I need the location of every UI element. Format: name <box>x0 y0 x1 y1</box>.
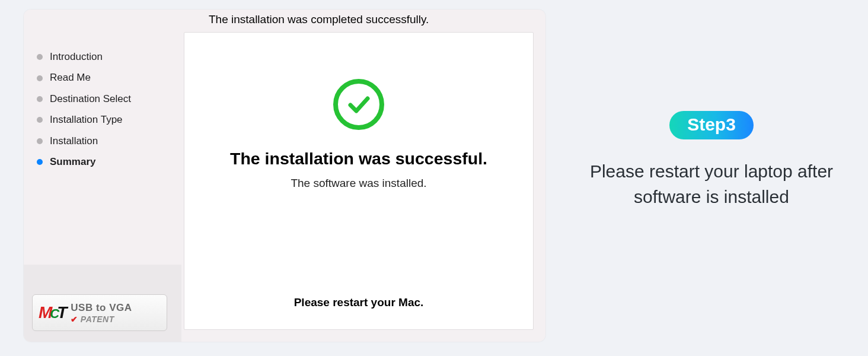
step-label: Summary <box>50 156 95 168</box>
step-dot-icon <box>37 96 43 102</box>
step-summary: Summary <box>37 156 171 168</box>
step-badge: Step3 <box>669 111 754 139</box>
guide-instruction: Please restart your laptop after softwar… <box>566 158 857 210</box>
step-label: Installation Type <box>50 114 123 126</box>
step-destination-select: Destination Select <box>37 93 171 105</box>
step-introduction: Introduction <box>37 51 171 63</box>
brand-logo: M C T USB to VGA ✔ PATENT <box>32 294 167 331</box>
logo-letter-m: M <box>39 303 51 322</box>
status-heading: The installation was completed successfu… <box>184 13 534 32</box>
step-label: Destination Select <box>50 93 131 105</box>
installer-window: Introduction Read Me Destination Select … <box>24 9 545 342</box>
brand-logo-mark: M C T <box>39 303 66 322</box>
sidebar-footer: M C T USB to VGA ✔ PATENT <box>24 265 181 342</box>
logo-line2: ✔ PATENT <box>71 315 132 323</box>
content-panel: The installation was successful. The sof… <box>184 32 534 330</box>
step-label: Installation <box>50 135 98 147</box>
brand-logo-text: USB to VGA ✔ PATENT <box>71 303 132 323</box>
logo-line1: USB to VGA <box>71 303 132 313</box>
installer-content: The installation was completed successfu… <box>181 9 545 342</box>
step-installation-type: Installation Type <box>37 114 171 126</box>
step-readme: Read Me <box>37 72 171 84</box>
logo-patent-text: PATENT <box>81 315 114 323</box>
patent-check-icon: ✔ <box>71 315 78 323</box>
step-dot-icon <box>37 75 43 81</box>
success-check-icon <box>333 79 384 130</box>
step-installation: Installation <box>37 135 171 147</box>
restart-instruction: Please restart your Mac. <box>294 296 424 309</box>
step-dot-icon <box>37 117 43 123</box>
step-dot-icon <box>37 54 43 60</box>
installer-sidebar: Introduction Read Me Destination Select … <box>24 9 181 342</box>
step-label: Read Me <box>50 72 91 84</box>
step-label: Introduction <box>50 51 103 63</box>
success-heading: The installation was successful. <box>230 149 487 169</box>
guide-panel: Step3 Please restart your laptop after s… <box>563 0 860 356</box>
installer-step-list: Introduction Read Me Destination Select … <box>24 9 181 265</box>
logo-letter-t: T <box>57 303 66 322</box>
step-dot-icon <box>37 138 43 144</box>
success-subtext: The software was installed. <box>291 177 426 190</box>
step-dot-icon <box>37 159 43 165</box>
